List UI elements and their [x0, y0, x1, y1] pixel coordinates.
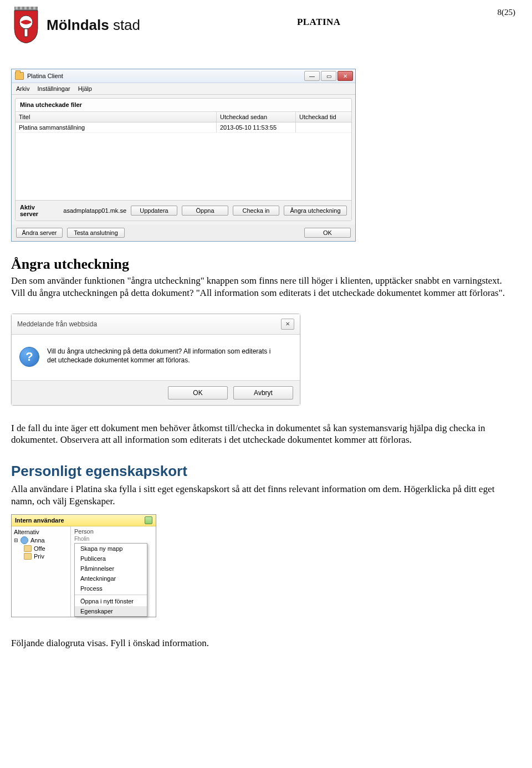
ctx-item-publicera[interactable]: Publicera: [75, 554, 147, 564]
oppna-button[interactable]: Öppna: [182, 206, 228, 216]
para-access: I de fall du inte äger ett dokument men …: [11, 422, 510, 447]
crest-icon: [11, 7, 41, 43]
panel-title: Mina utcheckade filer: [16, 99, 351, 111]
refresh-icon[interactable]: [145, 516, 152, 524]
cell-title: Platina sammanställning: [16, 122, 217, 132]
svg-rect-5: [33, 7, 35, 9]
window-titlebar: Platina Client — ▭ ✕: [12, 69, 355, 83]
svg-rect-1: [16, 7, 18, 9]
testa-anslutning-button[interactable]: Testa anslutning: [67, 228, 125, 238]
tree-folder-offe[interactable]: Offe: [14, 545, 68, 552]
svg-rect-2: [20, 7, 22, 9]
context-screenshot: Intern användare Alternativ ⊟ Anna Offe …: [11, 514, 156, 617]
cell-date: 2013-05-10 11:53:55: [217, 122, 296, 132]
ctx-separator: [75, 595, 147, 595]
col-date[interactable]: Utcheckad sedan: [217, 112, 296, 122]
dialog-close-button[interactable]: ✕: [281, 319, 294, 330]
ctx-item-egenskaper[interactable]: Egenskaper: [75, 606, 147, 616]
angra-utcheckning-button[interactable]: Ångra utcheckning: [284, 206, 347, 216]
ctx-item-oppna-nytt[interactable]: Öppna i nytt fönster: [75, 596, 147, 606]
dialog-titlebar: Meddelande från webbsida ✕: [12, 314, 300, 335]
andra-server-button[interactable]: Ändra server: [16, 228, 63, 238]
tree-user-lastname: Fholin: [74, 536, 154, 542]
server-label: Aktiv server: [20, 204, 53, 217]
ctx-item-anteckningar[interactable]: Anteckningar: [75, 574, 147, 583]
dialog-title-text: Meddelande från webbsida: [17, 320, 97, 328]
svg-rect-7: [24, 29, 28, 37]
ctx-item-paminnelser[interactable]: Påminnelser: [75, 564, 147, 574]
dialog-message: Vill du ångra utcheckning på detta dokum…: [47, 347, 280, 367]
user-icon: [21, 536, 28, 544]
menu-installningar[interactable]: Inställningar: [37, 85, 70, 92]
menu-hjalp[interactable]: Hjälp: [78, 85, 92, 92]
svg-rect-3: [24, 7, 27, 9]
para-closing: Följande dialogruta visas. Fyll i önskad…: [11, 637, 510, 649]
tree-folder-priv[interactable]: Priv: [14, 552, 68, 560]
ctx-item-process[interactable]: Process: [75, 583, 147, 593]
page-header: Mölndals stad PLATINA 8(25): [11, 7, 515, 43]
folder-icon: [24, 553, 32, 560]
svg-rect-4: [29, 7, 31, 9]
menu-arkiv[interactable]: Arkiv: [16, 85, 29, 92]
window-footer: Ändra server Testa anslutning OK: [12, 224, 355, 241]
dialog-cancel-button[interactable]: Avbryt: [233, 386, 293, 400]
maximize-button[interactable]: ▭: [321, 71, 336, 81]
ctx-panel-title: Intern användare: [15, 517, 64, 524]
confirm-dialog: Meddelande från webbsida ✕ ? Vill du ång…: [11, 314, 300, 406]
server-value: asadmplatapp01.mk.se: [63, 207, 126, 214]
context-menu: Skapa ny mapp Publicera Påminnelser Ante…: [74, 543, 147, 617]
grid-body: Platina sammanställning 2013-05-10 11:53…: [16, 122, 351, 200]
panel-footer: Aktiv server asadmplatapp01.mk.se Uppdat…: [16, 200, 351, 221]
ctx-tree: Alternativ ⊟ Anna Offe Priv: [12, 526, 71, 617]
table-row[interactable]: Platina sammanställning 2013-05-10 11:53…: [16, 122, 351, 133]
heading-egenskapskort: Personligt egenskapskort: [11, 463, 515, 480]
logo: Mölndals stad: [11, 7, 140, 43]
folder-icon: [24, 545, 32, 552]
page-number: 8(25): [497, 8, 515, 17]
para-egenskapskort: Alla användare i Platina ska fylla i sit…: [11, 483, 510, 508]
minimize-button[interactable]: —: [304, 71, 320, 81]
checka-in-button[interactable]: Checka in: [233, 206, 279, 216]
tree-alternativ[interactable]: Alternativ: [14, 528, 68, 536]
col-title[interactable]: Titel: [16, 112, 217, 122]
app-window: Platina Client — ▭ ✕ Arkiv Inställningar…: [11, 69, 356, 242]
uppdatera-button[interactable]: Uppdatera: [131, 206, 177, 216]
col-time[interactable]: Utcheckad tid: [296, 112, 351, 122]
ok-button[interactable]: OK: [304, 228, 351, 238]
ctx-right-header: Person: [74, 528, 154, 535]
question-icon: ?: [19, 347, 39, 367]
folder-icon: [15, 72, 24, 80]
ctx-panel-header: Intern användare: [12, 515, 156, 526]
heading-angra: Ångra utcheckning: [11, 256, 515, 273]
tree-user[interactable]: ⊟ Anna: [14, 536, 68, 545]
grid-header: Titel Utcheckad sedan Utcheckad tid: [16, 111, 351, 122]
menubar: Arkiv Inställningar Hjälp: [12, 83, 355, 95]
window-title: Platina Client: [27, 73, 63, 79]
files-panel: Mina utcheckade filer Titel Utcheckad se…: [15, 98, 352, 221]
doc-title: PLATINA: [297, 17, 341, 28]
cell-time: [296, 122, 351, 132]
para-angra: Den som använder funktionen "ångra utche…: [11, 275, 510, 299]
ctx-item-skapa[interactable]: Skapa ny mapp: [75, 544, 147, 554]
logo-text: Mölndals stad: [47, 17, 140, 34]
close-button[interactable]: ✕: [337, 71, 353, 81]
dialog-ok-button[interactable]: OK: [168, 386, 228, 400]
